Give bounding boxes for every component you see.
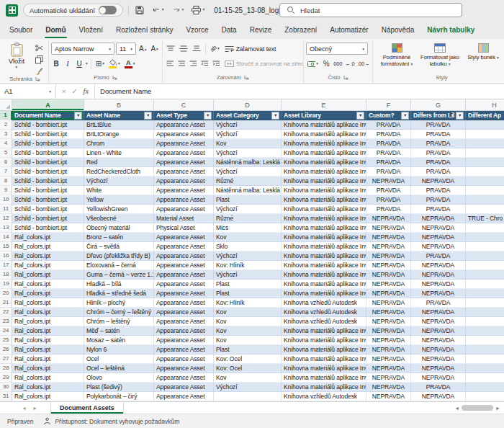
cell[interactable]: Appearance Asset [154,158,214,167]
column-header-D[interactable]: D [214,99,282,110]
print-button[interactable]: ▾ [190,6,206,14]
row-header-4[interactable]: 4 [0,139,12,148]
row-header-25[interactable]: 25 [0,336,12,345]
cell[interactable]: Bronz – satén [84,233,154,242]
cell[interactable]: NEPRAVDA [411,242,466,251]
conditional-formatting-button[interactable]: Podmíněné formátování ▾ [375,41,418,67]
cell[interactable]: PRAVDA [411,158,466,167]
cell[interactable]: Nástěnná malba: Lesklá [214,158,282,167]
table-header-cell[interactable]: Asset Category▼ [214,111,282,120]
cell[interactable]: Appearance Asset [154,186,214,195]
cell[interactable]: Knihovna materiálů aplikace Inventor [282,214,366,223]
cell[interactable]: Appearance Asset [154,355,214,364]
cell[interactable]: Výchozí [84,177,154,186]
cell[interactable]: Knihovna materiálů aplikace Inventor [282,289,366,298]
cell[interactable]: PRAVDA [411,205,466,214]
cell[interactable]: NEPRAVDA [411,336,466,345]
cell[interactable]: Ral_colors.ipt [12,270,84,280]
cell[interactable]: Ral_colors.ipt [12,251,84,261]
cell[interactable] [466,261,504,270]
cell[interactable]: NEPRAVDA [366,364,411,373]
row-header-9[interactable]: 9 [0,186,12,195]
wrap-text-button[interactable]: Zalamovat text [222,45,279,53]
row-header-19[interactable]: 19 [0,280,12,289]
cell[interactable] [466,326,504,336]
cell[interactable]: Ral_colors.ipt [12,336,84,345]
cell[interactable]: Plast [214,289,282,298]
cell[interactable]: Eloxovaná – černá [84,261,154,270]
cell[interactable]: NEPRAVDA [411,373,466,383]
row-header-31[interactable]: 31 [0,392,12,401]
cell[interactable] [466,205,504,214]
cell[interactable]: Knihovna materiálů aplikace Inventor [282,280,366,289]
cell[interactable]: NEPRAVDA [366,270,411,280]
cut-button[interactable] [32,43,45,53]
cell[interactable] [466,364,504,373]
cell[interactable]: Ral_colors.ipt [12,242,84,251]
cell[interactable]: Ral_colors.ipt [12,308,84,317]
cell[interactable]: Knihovna vzhledů Autodesk [282,392,366,401]
cell[interactable]: Ral_colors.ipt [12,298,84,308]
cell[interactable]: PRAVDA [411,120,466,130]
cell[interactable]: Physical Asset [154,223,214,233]
cell[interactable]: NEPRAVDA [366,355,411,364]
column-header-F[interactable]: F [366,99,411,110]
cell[interactable]: Ral_colors.ipt [12,364,84,373]
filter-button[interactable]: ▼ [271,112,279,120]
font-size-select[interactable]: 11 ▾ [116,43,136,55]
cell[interactable]: Knihovna materiálů aplikace Inventor [282,336,366,345]
cell[interactable]: PRAVDA [366,148,411,158]
cell[interactable]: Appearance Asset [154,167,214,177]
cell[interactable]: Appearance Asset [154,336,214,345]
format-as-table-button[interactable]: Formátovat jako tabulku ▾ [418,41,462,67]
cell[interactable]: NEPRAVDA [366,242,411,251]
cell[interactable]: Kov [214,336,282,345]
cell[interactable]: Čirá – světlá [84,242,154,251]
cell[interactable]: Schild - bombiert.ipt [12,195,84,205]
cell[interactable] [466,317,504,326]
cell[interactable]: Knihovna materiálů aplikace Inventor [282,270,366,280]
cell[interactable]: NEPRAVDA [411,223,466,233]
comma-style-button[interactable]: 000 [333,58,343,70]
cell[interactable]: NEPRAVDA [366,251,411,261]
copy-button[interactable] [32,55,45,64]
row-header-2[interactable]: 2 [0,120,12,130]
cell[interactable]: Schild - bombiert.ipt [12,167,84,177]
cell[interactable]: Výchozí [214,167,282,177]
cell[interactable]: PRAVDA [411,148,466,158]
ribbon-tab-vlo-en-[interactable]: Vložení [73,22,109,39]
cell[interactable]: NEPRAVDA [411,345,466,355]
cell[interactable]: TRUE - Chro [466,214,504,223]
cell[interactable]: Kov: Ocel [214,364,282,373]
cell[interactable]: Appearance Asset [154,139,214,148]
row-header-13[interactable]: 13 [0,223,12,233]
cell[interactable]: PRAVDA [366,158,411,167]
increase-indent-button[interactable] [211,58,221,70]
cell[interactable]: Kov: Hliník [214,298,282,308]
cell[interactable]: NEPRAVDA [366,233,411,242]
select-all-button[interactable] [0,99,12,110]
cell[interactable]: NEPRAVDA [366,289,411,298]
cell[interactable]: NEPRAVDA [366,280,411,289]
cell[interactable]: Kov [214,373,282,383]
scrollbar-thumb[interactable] [462,405,493,411]
cell[interactable]: NEPRAVDA [366,383,411,392]
cell[interactable]: Appearance Asset [154,364,214,373]
cell[interactable]: Knihovna materiálů aplikace Inventor [282,205,366,214]
format-painter-button[interactable] [32,66,45,76]
cell[interactable]: Měď – satén [84,326,154,336]
align-center-button[interactable] [176,58,186,70]
cell[interactable]: PRAVDA [411,251,466,261]
cell[interactable] [466,233,504,242]
cell[interactable]: Mosaz – satén [84,336,154,345]
column-header-G[interactable]: G [411,99,466,110]
font-color-button[interactable]: A ▾ [123,58,137,70]
scroll-right-icon[interactable]: ► [495,406,500,411]
cell[interactable]: Red [84,158,154,167]
cell[interactable]: Výchozí [214,383,282,392]
row-header-5[interactable]: 5 [0,148,12,158]
cell[interactable]: Kov [214,308,282,317]
table-header-cell[interactable]: Document Name▼ [12,111,84,120]
row-header-22[interactable]: 22 [0,308,12,317]
cell[interactable]: Appearance Asset [154,280,214,289]
